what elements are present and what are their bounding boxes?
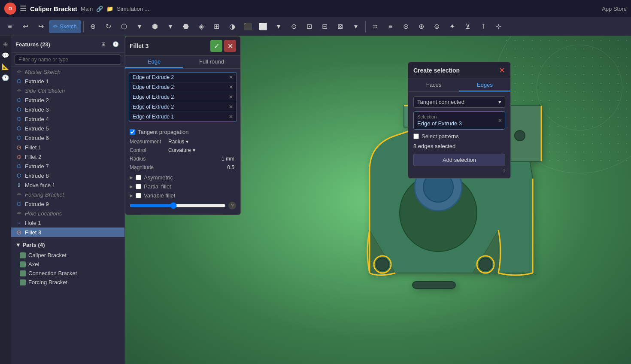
tangent-connected-dropdown[interactable]: Tangent connected ▾ <box>413 96 505 108</box>
part-item-axel[interactable]: Axel <box>11 260 124 269</box>
fillet-help-icon[interactable]: ? <box>228 202 236 209</box>
feature-item-extrude6[interactable]: ⬡ Extrude 6 <box>11 133 124 143</box>
branch-label[interactable]: Main <box>81 6 93 12</box>
tool-4[interactable]: ▾ <box>132 19 147 34</box>
tool-2[interactable]: ↻ <box>101 19 116 34</box>
tool-5[interactable]: ⬢ <box>148 19 162 34</box>
fillet-tab-full-round[interactable]: Full round <box>183 56 240 68</box>
hole-icon: ○ <box>15 219 22 226</box>
part-item-caliper-bracket[interactable]: Caliper Bracket <box>11 251 124 260</box>
feature-item-hole1[interactable]: ○ Hole 1 <box>11 218 124 228</box>
fillet-cancel-button[interactable]: ✕ <box>224 40 236 52</box>
left-icon-measure[interactable]: 📐 <box>1 62 10 71</box>
feature-tree-panel: Features (23) ⊞ 🕐 ✏ Master Sketch ⬡ Extr… <box>11 36 125 364</box>
feature-item-extrude1[interactable]: ⬡ Extrude 1 <box>11 76 124 86</box>
tool-15[interactable]: ⊡ <box>302 19 317 34</box>
tool-17[interactable]: ⊠ <box>333 19 348 34</box>
tool-21[interactable]: ⊝ <box>399 19 413 34</box>
feature-item-fillet1[interactable]: ◷ Fillet 1 <box>11 143 124 152</box>
redo-button[interactable]: ↪ <box>33 19 48 34</box>
feature-item-master-sketch[interactable]: ✏ Master Sketch <box>11 67 124 76</box>
feature-item-fillet3[interactable]: ◷ Fillet 3 <box>11 228 124 237</box>
tool-18[interactable]: ▾ <box>349 19 363 34</box>
tool-25[interactable]: ⊻ <box>461 19 475 34</box>
tool-7[interactable]: ⬣ <box>179 19 193 34</box>
feature-item-extrude2[interactable]: ⬡ Extrude 2 <box>11 95 124 105</box>
tool-1[interactable]: ⊕ <box>86 19 100 34</box>
partial-fillet-checkbox[interactable] <box>136 184 141 189</box>
tool-14[interactable]: ⊙ <box>287 19 301 34</box>
tool-13[interactable]: ▾ <box>271 19 286 34</box>
feature-item-forcing-bracket-sketch[interactable]: ✏ Forcing Bracket <box>11 190 124 199</box>
tool-9[interactable]: ⊞ <box>209 19 224 34</box>
app-store-link[interactable]: App Store <box>602 6 627 12</box>
left-icon-add[interactable]: ⊕ <box>1 39 10 49</box>
sketch-button[interactable]: ✏ Sketch <box>49 20 81 33</box>
search-input[interactable] <box>15 55 121 65</box>
variable-fillet-checkbox[interactable] <box>136 193 141 198</box>
undo-button[interactable]: ↩ <box>18 19 33 34</box>
feature-item-extrude7[interactable]: ⬡ Extrude 7 <box>11 161 124 171</box>
edge-remove-4[interactable]: ✕ <box>229 104 233 110</box>
create-selection-close-button[interactable]: ✕ <box>499 66 505 75</box>
fillet-slider[interactable] <box>130 202 226 209</box>
feature-item-move-face1[interactable]: ⇧ Move face 1 <box>11 180 124 190</box>
part-icon-3 <box>20 270 26 276</box>
tool-23[interactable]: ⊜ <box>430 19 444 34</box>
tool-10[interactable]: ◑ <box>225 19 240 34</box>
edge-remove-3[interactable]: ✕ <box>229 94 233 100</box>
edge-remove-1[interactable]: ✕ <box>229 74 233 80</box>
tool-3[interactable]: ⬡ <box>117 19 131 34</box>
left-icon-history[interactable]: 🕐 <box>1 73 10 82</box>
partial-fillet-row[interactable]: ▶ Partial fillet <box>130 182 236 191</box>
edge-remove-5[interactable]: ✕ <box>229 114 233 120</box>
sidebar-view-button[interactable]: ⊞ <box>99 39 108 49</box>
part-item-forcing-bracket[interactable]: Forcing Bracket <box>11 278 124 287</box>
tool-6[interactable]: ▾ <box>163 19 178 34</box>
create-selection-help-icon[interactable]: ? <box>413 169 505 174</box>
select-patterns-checkbox[interactable] <box>413 133 419 139</box>
tool-11[interactable]: ⬛ <box>240 19 255 34</box>
asymmetric-row[interactable]: ▶ Asymmetric <box>130 173 236 182</box>
feature-item-extrude4[interactable]: ⬡ Extrude 4 <box>11 114 124 124</box>
tool-24[interactable]: ✦ <box>445 19 460 34</box>
fillet-dialog-body: Tangent propagation Measurement Radius ▾… <box>125 125 240 215</box>
part-item-connection-bracket[interactable]: Connection Bracket <box>11 269 124 278</box>
tool-8[interactable]: ◈ <box>194 19 209 34</box>
tool-26[interactable]: ⊺ <box>476 19 491 34</box>
create-selection-header: Create selection ✕ <box>408 62 510 79</box>
asymmetric-checkbox[interactable] <box>136 175 141 180</box>
feature-item-side-cut-sketch[interactable]: ✏ Side Cut Sketch <box>11 86 124 95</box>
tool-20[interactable]: ≡ <box>383 19 398 34</box>
feature-item-extrude5[interactable]: ⬡ Extrude 5 <box>11 124 124 133</box>
folder-icon: 📁 <box>106 6 113 12</box>
control-dropdown-icon: ▾ <box>193 147 195 153</box>
cs-tab-edges[interactable]: Edges <box>459 79 510 91</box>
feature-item-extrude9[interactable]: ⬡ Extrude 9 <box>11 199 124 209</box>
edge-remove-2[interactable]: ✕ <box>229 84 233 90</box>
selection-clear-button[interactable]: ✕ <box>498 118 502 124</box>
tool-12[interactable]: ⬜ <box>256 19 270 34</box>
menu-button[interactable]: ☰ <box>20 4 27 13</box>
tool-19[interactable]: ⊃ <box>368 19 382 34</box>
add-selection-button[interactable]: Add selection <box>413 154 505 166</box>
fillet-tab-edge[interactable]: Edge <box>125 56 183 68</box>
cs-tab-faces[interactable]: Faces <box>408 79 459 91</box>
sidebar-history-button[interactable]: 🕐 <box>111 39 120 49</box>
tool-27[interactable]: ⊹ <box>491 19 506 34</box>
feature-item-fillet2[interactable]: ◷ Fillet 2 <box>11 152 124 161</box>
simulation-link[interactable]: Simulation ... <box>117 6 149 12</box>
feature-item-hole-locations-sketch[interactable]: ✏ Hole Locations <box>11 209 124 218</box>
feature-item-extrude3[interactable]: ⬡ Extrude 3 <box>11 105 124 114</box>
viewport-3d[interactable]: Fillet 3 ✓ ✕ Edge Full round Edge of Ext… <box>125 36 631 364</box>
feature-item-extrude8[interactable]: ⬡ Extrude 8 <box>11 171 124 180</box>
variable-fillet-row[interactable]: ▶ Variable fillet <box>130 191 236 200</box>
left-icon-comment[interactable]: 💬 <box>1 51 10 60</box>
control-row: Control Curvature ▾ <box>130 147 236 153</box>
tangent-propagation-checkbox[interactable] <box>130 129 135 135</box>
tool-22[interactable]: ⊛ <box>414 19 429 34</box>
features-list-button[interactable]: ≡ <box>3 19 17 34</box>
fillet-ok-button[interactable]: ✓ <box>210 40 222 52</box>
tool-16[interactable]: ⊟ <box>318 19 332 34</box>
parts-section-header[interactable]: ▼ Parts (4) <box>11 239 124 251</box>
